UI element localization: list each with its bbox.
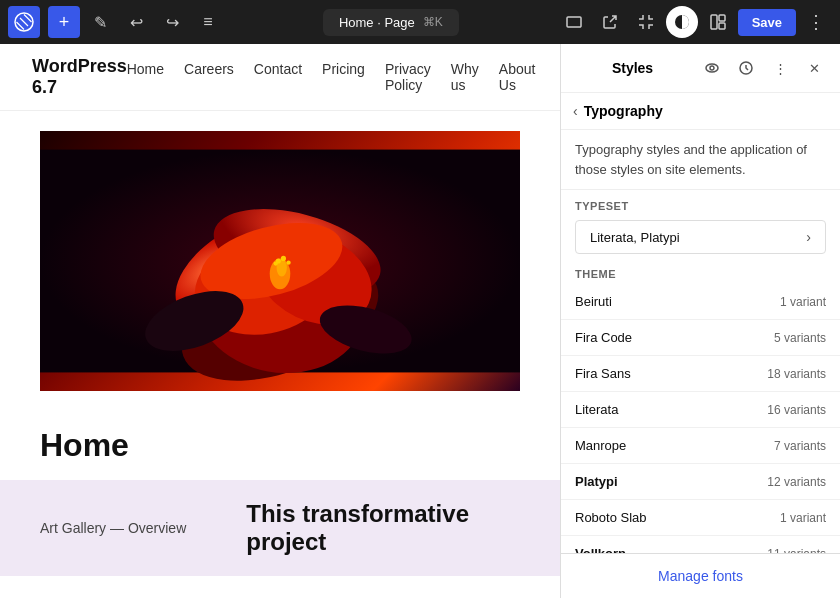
nav-contact[interactable]: Contact xyxy=(254,61,302,93)
font-row-fira-sans[interactable]: Fira Sans 18 variants xyxy=(561,356,840,392)
page-title-text: Home · Page xyxy=(339,15,415,30)
font-row-beiruti[interactable]: Beiruti 1 variant xyxy=(561,284,840,320)
nav-about-us[interactable]: About Us xyxy=(499,61,536,93)
panel-nav-label: Typography xyxy=(584,103,663,119)
redo-button[interactable]: ↪ xyxy=(156,6,188,38)
font-row-platypi[interactable]: Platypi 12 variants xyxy=(561,464,840,500)
footer-left: Art Gallery — Overview xyxy=(40,520,186,536)
add-button[interactable]: + xyxy=(48,6,80,38)
svg-rect-5 xyxy=(719,23,725,29)
more-button[interactable]: ⋮ xyxy=(800,6,832,38)
svg-point-17 xyxy=(281,256,286,261)
svg-point-18 xyxy=(286,261,290,265)
panel-header: Styles ⋮ ✕ xyxy=(561,44,840,93)
save-button[interactable]: Save xyxy=(738,9,796,36)
nav-why-us[interactable]: Why us xyxy=(451,61,479,93)
svg-rect-3 xyxy=(711,15,717,29)
eye-button[interactable] xyxy=(698,54,726,82)
site-logo: WordPress 6.7 xyxy=(32,56,127,98)
panel-close-button[interactable]: ✕ xyxy=(800,54,828,82)
footer-right: This transformative project xyxy=(246,500,520,556)
typeset-section-label: TYPESET xyxy=(561,190,840,216)
page-title-bar[interactable]: Home · Page ⌘K xyxy=(323,9,459,36)
list-button[interactable]: ≡ xyxy=(192,6,224,38)
layout-button[interactable] xyxy=(702,6,734,38)
hero-image xyxy=(40,131,520,391)
font-row-manrope[interactable]: Manrope 7 variants xyxy=(561,428,840,464)
panel-footer: Manage fonts xyxy=(561,553,840,598)
shrink-button[interactable] xyxy=(630,6,662,38)
font-list: Beiruti 1 variant Fira Code 5 variants F… xyxy=(561,284,840,553)
site-hero xyxy=(0,131,560,391)
canvas-area: WordPress 6.7 Home Careers Contact Prici… xyxy=(0,44,560,598)
svg-point-19 xyxy=(274,261,278,265)
typeset-value: Literata, Platypi xyxy=(590,230,680,245)
font-row-literata[interactable]: Literata 16 variants xyxy=(561,392,840,428)
nav-privacy[interactable]: Privacy Policy xyxy=(385,61,431,93)
panel-nav: ‹ Typography xyxy=(561,93,840,130)
responsive-button[interactable] xyxy=(558,6,590,38)
panel-title: Styles xyxy=(573,60,692,76)
external-button[interactable] xyxy=(594,6,626,38)
font-row-vollkorn[interactable]: Vollkorn 11 variants xyxy=(561,536,840,553)
svg-point-23 xyxy=(710,66,714,70)
typeset-row[interactable]: Literata, Platypi › xyxy=(575,220,826,254)
site-nav: Home Careers Contact Pricing Privacy Pol… xyxy=(127,61,536,93)
keyboard-shortcut: ⌘K xyxy=(423,15,443,29)
style-toggle-button[interactable] xyxy=(666,6,698,38)
panel-description: Typography styles and the application of… xyxy=(561,130,840,190)
svg-rect-4 xyxy=(719,15,725,21)
brush-button[interactable]: ✎ xyxy=(84,6,116,38)
nav-careers[interactable]: Careers xyxy=(184,61,234,93)
font-row-roboto-slab[interactable]: Roboto Slab 1 variant xyxy=(561,500,840,536)
toolbar: + ✎ ↩ ↪ ≡ Home · Page ⌘K Save ⋮ xyxy=(0,0,840,44)
svg-rect-1 xyxy=(567,17,581,27)
nav-pricing[interactable]: Pricing xyxy=(322,61,365,93)
svg-point-22 xyxy=(706,64,718,72)
history-button[interactable] xyxy=(732,54,760,82)
back-arrow: ‹ xyxy=(573,103,578,119)
home-title: Home xyxy=(0,411,560,480)
site-header: WordPress 6.7 Home Careers Contact Prici… xyxy=(0,44,560,111)
theme-section-label: THEME xyxy=(561,258,840,284)
wp-logo xyxy=(8,6,40,38)
manage-fonts-button[interactable]: Manage fonts xyxy=(561,554,840,598)
toolbar-right: Save ⋮ xyxy=(558,6,832,38)
undo-button[interactable]: ↩ xyxy=(120,6,152,38)
right-panel: Styles ⋮ ✕ ‹ Typography Typography style… xyxy=(560,44,840,598)
footer-strip: Art Gallery — Overview This transformati… xyxy=(0,480,560,576)
font-row-fira-code[interactable]: Fira Code 5 variants xyxy=(561,320,840,356)
panel-more-button[interactable]: ⋮ xyxy=(766,54,794,82)
nav-home[interactable]: Home xyxy=(127,61,164,93)
canvas-inner: WordPress 6.7 Home Careers Contact Prici… xyxy=(0,44,560,598)
typeset-arrow: › xyxy=(806,229,811,245)
back-button[interactable]: ‹ xyxy=(573,103,578,119)
main-layout: WordPress 6.7 Home Careers Contact Prici… xyxy=(0,44,840,598)
